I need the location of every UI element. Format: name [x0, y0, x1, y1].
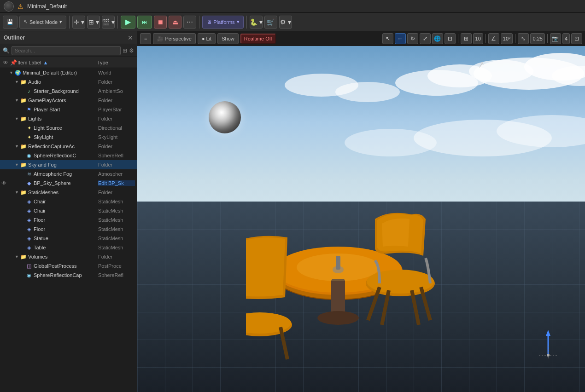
capture-icon: ◉ — [26, 272, 32, 278]
tree-row[interactable]: ◉SphereReflectionCSphereRefl — [0, 151, 137, 160]
settings-button[interactable]: ⚙ ▾ — [279, 16, 292, 29]
eject-button[interactable]: ⏏ — [169, 16, 181, 29]
tree-item-type: Folder — [98, 98, 135, 103]
platforms-button[interactable]: 🖥 Platforms ▾ — [202, 16, 243, 29]
tree-item-type: StaticMesh — [98, 245, 135, 250]
search-input[interactable] — [12, 46, 121, 55]
chevron-down-icon-6: ▾ — [259, 18, 263, 26]
scale-tool-button[interactable]: ⤢ — [420, 33, 431, 44]
light-icon: ✦ — [26, 134, 32, 140]
tree-row[interactable]: ▼📁GamePlayActorsFolder — [0, 96, 137, 105]
tree-row[interactable]: ◈FloorStaticMesh — [0, 215, 137, 225]
light-icon: ✦ — [26, 125, 32, 131]
cinematic-button[interactable]: 🎬 ▾ — [102, 16, 115, 29]
expand-arrow[interactable]: ▼ — [15, 162, 20, 167]
save-button[interactable]: 💾 — [3, 16, 18, 29]
filter-settings-icon[interactable]: ⚙ — [129, 47, 134, 54]
tree-item-label: Statue — [34, 236, 98, 241]
tree-row[interactable]: ◫GlobalPostProcessPostProce — [0, 261, 137, 271]
ambient-icon: ♪ — [26, 88, 32, 94]
tree-item-label: SkyLight — [34, 134, 98, 140]
tree-row[interactable]: ▼📁ReflectionCaptureAcFolder — [0, 142, 137, 151]
tree-row[interactable]: ≋Atmospheric FogAtmospher — [0, 169, 137, 179]
lit-button[interactable]: ● Lit — [198, 33, 216, 44]
tree-item-type: Folder — [98, 79, 135, 85]
expand-arrow[interactable]: ▼ — [15, 80, 20, 84]
realtime-button[interactable]: Realtime Off — [240, 34, 276, 44]
light-source-gizmo[interactable] — [209, 101, 241, 133]
maximize-button[interactable]: ⊡ — [571, 33, 582, 44]
tree-row[interactable]: ◈FloorStaticMesh — [0, 225, 137, 234]
perspective-label: Perspective — [165, 36, 191, 41]
tree-row[interactable]: ◈TableStaticMesh — [0, 243, 137, 252]
tree-row[interactable]: ✦SkyLightSkyLight — [0, 133, 137, 142]
scene-objects-svg — [246, 182, 476, 366]
advance-icon: ⏭ — [142, 19, 147, 25]
tree-row[interactable]: ▼📁LightsFolder — [0, 114, 137, 123]
expand-arrow[interactable]: ▼ — [15, 254, 20, 259]
tree-item-label: Starter_Background — [34, 88, 98, 94]
select-mode-button[interactable]: ↖ Select Mode ▾ — [19, 16, 66, 29]
tree-row[interactable]: ▼📁Sky and FogFolder — [0, 160, 137, 169]
stop-button[interactable]: ⏹ — [154, 16, 167, 29]
tree-row[interactable]: ▼📁StaticMeshesFolder — [0, 188, 137, 197]
angle-snap-button[interactable]: ∠ — [488, 33, 499, 44]
chevron-down-icon-3: ▾ — [96, 18, 99, 26]
marketplace-button[interactable]: 🛒 — [264, 16, 277, 29]
content-area: Outliner ✕ 🔍 ⊞ ⚙ 👁 📌 Item Label ▲ Type ▼… — [0, 31, 585, 392]
tree-row[interactable]: ◈StatueStaticMesh — [0, 234, 137, 243]
world-globe-button[interactable]: 🌐 — [432, 33, 443, 44]
separator-3 — [515, 34, 515, 43]
add-filter-icon[interactable]: ⊞ — [123, 47, 127, 54]
tree-item-label: SphereReflectionC — [34, 153, 98, 158]
separator — [458, 34, 458, 43]
outliner-tree[interactable]: ▼🌍Minimal_Default (Editor)World▼📁AudioFo… — [0, 68, 137, 392]
tree-item-type: Folder — [98, 116, 135, 121]
svg-rect-20 — [336, 256, 340, 270]
tree-row[interactable]: ◉SphereReflectionCapSphereRefl — [0, 271, 137, 280]
transform-gizmo — [530, 328, 567, 364]
show-button[interactable]: Show — [217, 33, 239, 44]
content-browser-button[interactable]: ⊞ ▾ — [87, 16, 100, 29]
expand-arrow[interactable]: ▼ — [15, 98, 20, 103]
folder-icon: 📁 — [20, 79, 27, 85]
tree-row[interactable]: ▼📁AudioFolder — [0, 77, 137, 86]
more-options-button[interactable]: ⋯ — [183, 16, 196, 29]
expand-arrow[interactable]: ▼ — [15, 190, 20, 195]
tree-row[interactable]: ▼📁VolumesFolder — [0, 252, 137, 261]
tree-item-type: Directional — [98, 125, 135, 131]
move-tool-button[interactable]: ↔ — [395, 33, 406, 44]
tree-row[interactable]: ◈ChairStaticMesh — [0, 197, 137, 206]
tree-row[interactable]: ♪Starter_BackgroundAmbientSo — [0, 86, 137, 96]
chevron-down-icon-2: ▾ — [81, 18, 84, 26]
python-button[interactable]: 🐍 ▾ — [250, 16, 263, 29]
expand-arrow[interactable]: ▼ — [9, 70, 15, 75]
viewport-menu-button[interactable]: ≡ — [140, 33, 151, 44]
main-toolbar: 💾 ↖ Select Mode ▾ ✛ ▾ ⊞ ▾ 🎬 ▾ ▶ ⏭ ⏹ ⏏ ⋯ … — [0, 13, 585, 31]
tree-row[interactable]: ✦Light SourceDirectional — [0, 123, 137, 133]
title-bar: ⚠ Minimal_Default — [0, 0, 585, 13]
surface-snap-button[interactable]: ⊡ — [445, 33, 456, 44]
grid-snap-button[interactable]: ⊞ — [461, 33, 472, 44]
tree-row[interactable]: ⚑Player StartPlayerStar — [0, 105, 137, 114]
tree-item-type: Edit BP_Sk — [98, 180, 135, 186]
tree-row[interactable]: 👁◆BP_Sky_SphereEdit BP_Sk — [0, 179, 137, 188]
add-icon: ✛ — [74, 18, 79, 26]
camera-speed-button[interactable]: 📷 — [550, 33, 561, 44]
visibility-toggle[interactable]: 👁 — [0, 180, 7, 186]
tree-row[interactable]: ◈ChairStaticMesh — [0, 206, 137, 215]
rotate-tool-button[interactable]: ↻ — [407, 33, 418, 44]
scale-snap-button[interactable]: ⤡ — [518, 33, 529, 44]
camera-speed-value: 4 — [562, 33, 570, 44]
select-icon: ↖ — [23, 19, 28, 25]
select-tool-button[interactable]: ↖ — [382, 33, 393, 44]
expand-arrow[interactable]: ▼ — [15, 144, 20, 149]
viewport[interactable]: ≡ 🎥 Perspective ● Lit Show Realtime Off … — [137, 31, 585, 392]
perspective-button[interactable]: 🎥 Perspective — [153, 33, 195, 44]
advance-frame-button[interactable]: ⏭ — [137, 16, 152, 29]
outliner-close-button[interactable]: ✕ — [128, 34, 133, 41]
add-button[interactable]: ✛ ▾ — [72, 16, 85, 29]
play-button[interactable]: ▶ — [121, 16, 135, 29]
tree-row[interactable]: ▼🌍Minimal_Default (Editor)World — [0, 68, 137, 77]
expand-arrow[interactable]: ▼ — [15, 116, 20, 121]
